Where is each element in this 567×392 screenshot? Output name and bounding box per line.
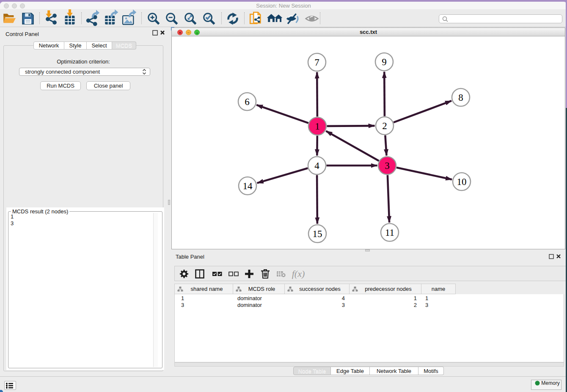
svg-text:9: 9 (382, 57, 387, 67)
svg-text:10: 10 (457, 177, 467, 187)
svg-text:15: 15 (313, 229, 322, 239)
svg-text:14: 14 (243, 181, 253, 191)
svg-text:6: 6 (245, 97, 250, 107)
svg-text:3: 3 (385, 160, 390, 171)
svg-text:f(x): f(x) (292, 268, 305, 279)
svg-text:2: 2 (382, 121, 387, 131)
svg-text:8: 8 (458, 92, 463, 103)
svg-text:11: 11 (385, 227, 394, 238)
svg-text:4: 4 (314, 160, 319, 171)
svg-text:1: 1 (315, 121, 320, 132)
svg-text:7: 7 (314, 57, 319, 68)
